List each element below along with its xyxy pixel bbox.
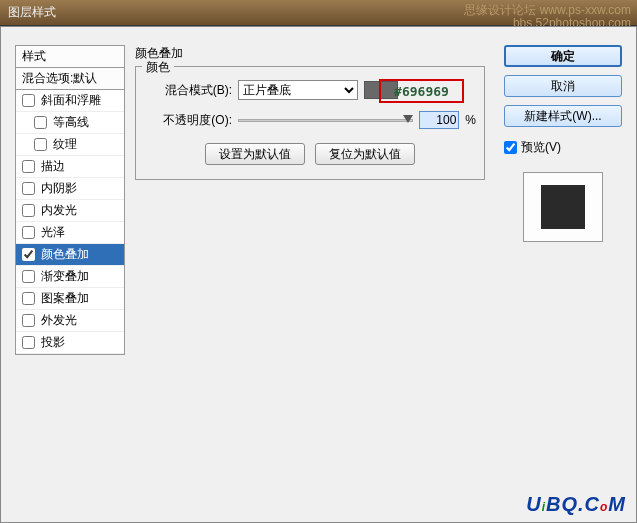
ok-button[interactable]: 确定 <box>504 45 622 67</box>
cancel-button[interactable]: 取消 <box>504 75 622 97</box>
window-title: 图层样式 <box>8 4 56 21</box>
style-checkbox[interactable] <box>22 94 35 107</box>
opacity-unit: % <box>465 113 476 127</box>
style-item-label: 描边 <box>41 158 65 175</box>
style-item-label: 外发光 <box>41 312 77 329</box>
style-item-label: 光泽 <box>41 224 65 241</box>
style-item-label: 等高线 <box>53 114 89 131</box>
style-checkbox[interactable] <box>22 292 35 305</box>
main-panel: 颜色叠加 颜色 混合模式(B): 正片叠底 不透明度(O): % 设置为 <box>135 45 485 515</box>
style-checkbox[interactable] <box>22 270 35 283</box>
blend-mode-label: 混合模式(B): <box>144 82 232 99</box>
style-item-label: 颜色叠加 <box>41 246 89 263</box>
style-item[interactable]: 投影 <box>16 332 124 354</box>
style-checkbox[interactable] <box>22 314 35 327</box>
hex-callout: #696969 <box>379 79 464 103</box>
preview-row: 预览(V) <box>504 139 622 156</box>
style-item[interactable]: 图案叠加 <box>16 288 124 310</box>
style-item[interactable]: 内发光 <box>16 200 124 222</box>
preview-label: 预览(V) <box>521 139 561 156</box>
style-item[interactable]: 描边 <box>16 156 124 178</box>
preview-swatch <box>541 185 585 229</box>
styles-header[interactable]: 样式 <box>16 46 124 68</box>
blend-mode-select[interactable]: 正片叠底 <box>238 80 358 100</box>
slider-thumb-icon[interactable] <box>403 115 413 123</box>
style-item[interactable]: 颜色叠加 <box>16 244 124 266</box>
style-item[interactable]: 内阴影 <box>16 178 124 200</box>
dialog-body: 样式 混合选项:默认 斜面和浮雕等高线纹理描边内阴影内发光光泽颜色叠加渐变叠加图… <box>0 26 637 523</box>
preview-box <box>523 172 603 242</box>
opacity-row: 不透明度(O): % <box>144 107 476 133</box>
footer-logo: UiBQ.CoM <box>526 493 626 516</box>
styles-panel: 样式 混合选项:默认 斜面和浮雕等高线纹理描边内阴影内发光光泽颜色叠加渐变叠加图… <box>15 45 125 355</box>
style-item-label: 纹理 <box>53 136 77 153</box>
style-item[interactable]: 纹理 <box>16 134 124 156</box>
group-label: 颜色 <box>142 59 174 76</box>
style-item[interactable]: 渐变叠加 <box>16 266 124 288</box>
opacity-slider[interactable] <box>238 113 413 127</box>
make-default-button[interactable]: 设置为默认值 <box>205 143 305 165</box>
reset-default-button[interactable]: 复位为默认值 <box>315 143 415 165</box>
style-item-label: 投影 <box>41 334 65 351</box>
style-item[interactable]: 等高线 <box>16 112 124 134</box>
style-item[interactable]: 外发光 <box>16 310 124 332</box>
style-checkbox[interactable] <box>22 160 35 173</box>
style-checkbox[interactable] <box>22 336 35 349</box>
new-style-button[interactable]: 新建样式(W)... <box>504 105 622 127</box>
style-item[interactable]: 斜面和浮雕 <box>16 90 124 112</box>
style-checkbox[interactable] <box>22 182 35 195</box>
default-buttons-row: 设置为默认值 复位为默认值 <box>144 143 476 165</box>
style-item[interactable]: 光泽 <box>16 222 124 244</box>
style-item-label: 斜面和浮雕 <box>41 92 101 109</box>
style-checkbox[interactable] <box>22 226 35 239</box>
right-panel: 确定 取消 新建样式(W)... 预览(V) <box>504 45 622 242</box>
style-item-label: 内发光 <box>41 202 77 219</box>
blend-options-default[interactable]: 混合选项:默认 <box>16 68 124 90</box>
opacity-input[interactable] <box>419 111 459 129</box>
preview-checkbox[interactable] <box>504 141 517 154</box>
opacity-label: 不透明度(O): <box>144 112 232 129</box>
style-item-label: 内阴影 <box>41 180 77 197</box>
style-checkbox[interactable] <box>34 138 47 151</box>
section-title: 颜色叠加 <box>135 45 485 62</box>
style-checkbox[interactable] <box>34 116 47 129</box>
style-item-label: 图案叠加 <box>41 290 89 307</box>
style-checkbox[interactable] <box>22 204 35 217</box>
style-item-label: 渐变叠加 <box>41 268 89 285</box>
style-checkbox[interactable] <box>22 248 35 261</box>
